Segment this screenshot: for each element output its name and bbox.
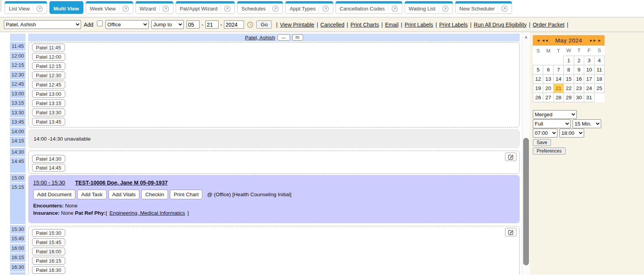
calendar-day[interactable]: 31 bbox=[584, 93, 594, 102]
calendar-day[interactable]: 29 bbox=[564, 93, 574, 102]
slot-button-patel-12-15[interactable]: Patel 12:15 bbox=[32, 62, 65, 70]
calendar-next-fast-icon[interactable]: ►► bbox=[588, 38, 597, 42]
calendar-next-icon[interactable]: ► bbox=[597, 38, 602, 42]
calendar-day[interactable]: 9 bbox=[574, 65, 584, 74]
patient-link[interactable]: TEST-10006 Doe, Jane M 05-09-1937 bbox=[75, 180, 168, 186]
add-appointment-checkbox[interactable] bbox=[97, 20, 103, 26]
toolbar-link-view-printable[interactable]: View Printable bbox=[280, 22, 314, 28]
calendar-day[interactable]: 22 bbox=[564, 83, 574, 93]
provider-select[interactable]: Patel, Ashish bbox=[4, 20, 81, 29]
tab-new-scheduler[interactable]: New Scheduler bbox=[455, 1, 512, 14]
tab-week-view[interactable]: Week View bbox=[86, 1, 133, 14]
calendar-day[interactable]: 24 bbox=[584, 83, 594, 93]
slot-button-patel-16-30[interactable]: Patel 16:30 bbox=[32, 266, 65, 274]
interval-select[interactable]: 15 Min. bbox=[573, 119, 601, 128]
slot-button-patel-13-30[interactable]: Patel 13:30 bbox=[32, 109, 65, 116]
tab-multi-view[interactable]: Multi View bbox=[49, 1, 83, 14]
slot-button-patel-12-45[interactable]: Patel 12:45 bbox=[32, 81, 65, 88]
referring-physician-link[interactable]: Engineering, Medical Informatics bbox=[109, 210, 185, 216]
preferences-button[interactable]: Preferences bbox=[533, 148, 566, 154]
slot-button-patel-14-30[interactable]: Patel 14:30 bbox=[32, 155, 65, 163]
slot-button-patel-15-30[interactable]: Patel 15:30 bbox=[32, 229, 65, 237]
tab-list-view[interactable]: List View bbox=[5, 1, 47, 14]
calendar-day[interactable]: 13 bbox=[543, 74, 553, 83]
calendar-day[interactable]: 12 bbox=[533, 74, 543, 83]
calendar-day[interactable]: 16 bbox=[574, 74, 584, 83]
calendar-day[interactable]: 25 bbox=[594, 83, 604, 93]
day-view-select[interactable]: Full bbox=[533, 119, 571, 128]
calendar-day[interactable]: 17 bbox=[584, 74, 594, 83]
calendar-day[interactable]: 7 bbox=[553, 65, 563, 74]
calendar-day[interactable]: 27 bbox=[543, 93, 553, 102]
calendar-day[interactable]: 26 bbox=[533, 93, 543, 102]
calendar-day[interactable]: 23 bbox=[574, 83, 584, 93]
month-input[interactable] bbox=[186, 20, 200, 29]
calendar-day[interactable]: 11 bbox=[594, 65, 604, 74]
slot-button-patel-13-45[interactable]: Patel 13:45 bbox=[32, 118, 65, 126]
toolbar-link-print-labels[interactable]: Print Labels bbox=[439, 22, 468, 28]
calendar-day[interactable]: 28 bbox=[553, 93, 563, 102]
slot-button-patel-13-15[interactable]: Patel 13:15 bbox=[32, 99, 65, 107]
calendar-day[interactable]: 5 bbox=[533, 65, 543, 74]
slot-button-patel-16-00[interactable]: Patel 16:00 bbox=[32, 248, 65, 255]
calendar-day[interactable]: 1 bbox=[564, 56, 574, 65]
fb-toggle-button[interactable]: f/b bbox=[292, 34, 303, 41]
calendar-day[interactable]: 14 bbox=[553, 74, 563, 83]
slot-button-patel-11-45[interactable]: Patel 11:45 bbox=[32, 44, 65, 51]
tab-cancellation-codes[interactable]: Cancellation Codes bbox=[336, 1, 402, 14]
save-button[interactable]: Save bbox=[533, 139, 551, 146]
slot-button-patel-14-45[interactable]: Patel 14:45 bbox=[32, 164, 65, 171]
calendar-day[interactable]: 20 bbox=[543, 83, 553, 93]
toolbar-link-order-packet[interactable]: Order Packet bbox=[533, 22, 564, 28]
facility-select[interactable]: Office bbox=[105, 20, 149, 29]
calendar-day[interactable]: 3 bbox=[584, 56, 594, 65]
clock-icon[interactable] bbox=[247, 21, 254, 28]
provider-header-link[interactable]: Patel, Ashish bbox=[245, 35, 275, 41]
calendar-day[interactable]: 8 bbox=[564, 65, 574, 74]
jump-to-select[interactable]: Jump to bbox=[151, 20, 184, 29]
merge-mode-select[interactable]: Merged bbox=[533, 110, 577, 119]
scrollbar-thumb[interactable] bbox=[523, 138, 529, 265]
vertical-scrollbar[interactable]: ▲ bbox=[522, 32, 530, 275]
day-input[interactable] bbox=[205, 20, 219, 29]
tab-schedules[interactable]: Schedules bbox=[237, 1, 283, 14]
tab-pat-appt-wizard[interactable]: Pat/Appt Wizard bbox=[176, 1, 235, 14]
tab-appt-types[interactable]: Appt Types bbox=[285, 1, 333, 14]
end-time-select[interactable]: 18:00 bbox=[559, 129, 584, 138]
calendar-day[interactable]: 6 bbox=[543, 65, 553, 74]
print-chart-button[interactable]: Print Chart bbox=[170, 190, 203, 199]
calendar-prev-fast-icon[interactable]: ◄◄ bbox=[541, 38, 549, 42]
edit-availability-button[interactable] bbox=[505, 228, 517, 236]
calendar-prev-icon[interactable]: ◄ bbox=[536, 38, 541, 42]
slot-button-patel-12-00[interactable]: Patel 12:00 bbox=[32, 53, 65, 61]
appointment-time-link[interactable]: 15:00 - 15:30 bbox=[33, 180, 65, 186]
calendar-day[interactable]: 2 bbox=[574, 56, 584, 65]
calendar-day[interactable]: 4 bbox=[594, 56, 604, 65]
scrollbar-up-icon[interactable]: ▲ bbox=[522, 34, 530, 39]
checkin-button[interactable]: Checkin bbox=[141, 190, 168, 199]
calendar-day[interactable]: 10 bbox=[584, 65, 594, 74]
toolbar-link-run-all-drug-eligibility[interactable]: Run All Drug Eligibility bbox=[474, 22, 527, 28]
calendar-day[interactable]: 18 bbox=[594, 74, 604, 83]
toolbar-link-print-charts[interactable]: Print Charts bbox=[351, 22, 379, 28]
toolbar-link-cancelled[interactable]: Cancelled bbox=[320, 22, 344, 28]
add-document-button[interactable]: Add Document bbox=[33, 190, 75, 199]
add-task-button[interactable]: Add Task bbox=[77, 190, 106, 199]
go-button[interactable]: Go bbox=[256, 20, 272, 29]
appointment-block[interactable]: 15:00 - 15:30 TEST-10006 Doe, Jane M 05-… bbox=[28, 175, 520, 223]
start-time-select[interactable]: 07:00 bbox=[533, 129, 558, 138]
year-input[interactable] bbox=[224, 20, 244, 29]
slot-button-patel-13-00[interactable]: Patel 13:00 bbox=[32, 90, 65, 98]
tab-waiting-list[interactable]: Waiting List bbox=[405, 1, 453, 14]
add-vitals-button[interactable]: Add Vitals bbox=[108, 190, 140, 199]
calendar-day[interactable]: 15 bbox=[564, 74, 574, 83]
toolbar-link-print-labels[interactable]: Print Labels bbox=[405, 22, 433, 28]
collapse-provider-button[interactable]: — bbox=[278, 34, 290, 41]
slot-button-patel-15-45[interactable]: Patel 15:45 bbox=[32, 238, 65, 246]
calendar-day[interactable]: 19 bbox=[533, 83, 543, 93]
tab-wizard[interactable]: Wizard bbox=[136, 1, 173, 14]
slot-button-patel-16-15[interactable]: Patel 16:15 bbox=[32, 257, 65, 265]
calendar-day-selected[interactable]: 21 bbox=[553, 83, 563, 93]
slot-button-patel-12-30[interactable]: Patel 12:30 bbox=[32, 71, 65, 79]
edit-availability-button[interactable] bbox=[505, 153, 517, 161]
